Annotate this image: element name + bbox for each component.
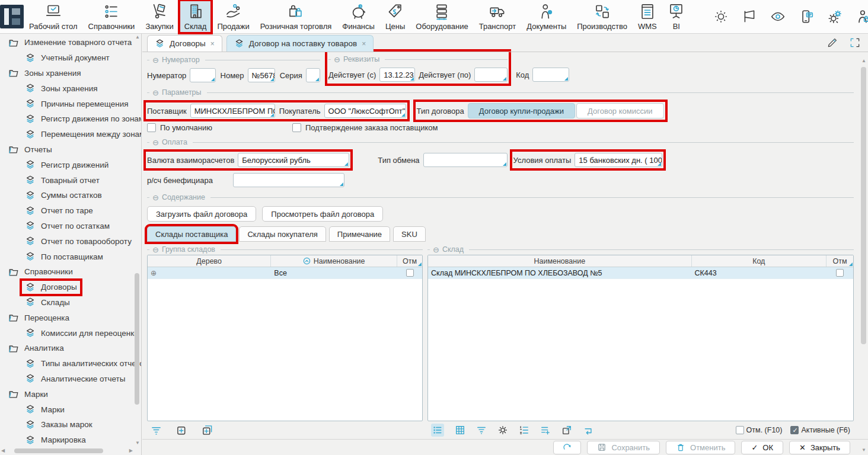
row-checkbox[interactable] bbox=[406, 269, 414, 277]
toolbar-item-equipment[interactable]: Оборудование bbox=[410, 0, 473, 33]
add-multiple-button[interactable] bbox=[202, 425, 213, 436]
filter-button[interactable] bbox=[151, 425, 162, 436]
valid-from-input[interactable]: 13.12.23 bbox=[379, 68, 415, 82]
sidebar-item[interactable]: Марки bbox=[0, 402, 141, 417]
column-header-name[interactable]: Наименование bbox=[428, 255, 692, 267]
sidebar-item[interactable]: Склады bbox=[0, 295, 141, 310]
cancel-button[interactable]: Отменить bbox=[666, 441, 735, 454]
code-input[interactable] bbox=[532, 68, 569, 82]
save-button[interactable]: Сохранить bbox=[587, 441, 660, 454]
collapse-icon[interactable]: ⊖ bbox=[152, 56, 159, 64]
user-security-button[interactable] bbox=[856, 9, 868, 24]
toolbar-item-wms[interactable]: WMS bbox=[633, 0, 662, 33]
announcement-button[interactable] bbox=[742, 9, 757, 24]
grid-view-button[interactable] bbox=[455, 425, 465, 435]
filter-button[interactable] bbox=[476, 425, 487, 435]
tab-buyer-warehouses[interactable]: Склады покупателя bbox=[239, 226, 326, 242]
sidebar-item[interactable]: Типы аналитических отчетов bbox=[0, 356, 141, 371]
sidebar-item[interactable]: Маркировка bbox=[0, 432, 141, 448]
toolbar-item-retail[interactable]: Розничная торговля bbox=[255, 0, 337, 33]
collapse-icon[interactable]: ⊖ bbox=[152, 89, 159, 97]
sidebar-item[interactable]: Изменение товарного отчета bbox=[0, 35, 141, 50]
beneficiary-account-input[interactable] bbox=[233, 173, 344, 187]
scroll-up-icon[interactable]: ▲ bbox=[135, 35, 140, 40]
toolbar-item-finance[interactable]: Финансы bbox=[337, 0, 380, 33]
close-button[interactable]: ✕Закрыть bbox=[789, 441, 850, 454]
sidebar-item[interactable]: Суммы остатков bbox=[0, 188, 141, 203]
sidebar-item[interactable]: Товарный отчет bbox=[0, 172, 141, 188]
scroll-left-icon[interactable]: ◀ bbox=[1, 448, 5, 453]
scroll-down-icon[interactable]: ▼ bbox=[135, 441, 140, 446]
sidebar-item[interactable]: Переоценка bbox=[0, 310, 141, 325]
currency-input[interactable]: Белорусский рубль bbox=[238, 153, 349, 167]
column-header-tree[interactable]: Дерево bbox=[148, 255, 271, 267]
tab-dogovor-na-postavku[interactable]: Договор на поставку товаров × bbox=[226, 35, 374, 52]
tab-sku[interactable]: SKU bbox=[393, 226, 426, 242]
column-header-code[interactable]: Код bbox=[692, 255, 826, 267]
scroll-right-icon[interactable]: ▶ bbox=[129, 448, 133, 453]
toolbar-item-production[interactable]: Производство bbox=[572, 0, 633, 33]
toolbar-item-bi[interactable]: BI bbox=[662, 0, 691, 33]
sidebar-item[interactable]: Отчет по товарообороту bbox=[0, 233, 141, 249]
scrollbar-thumb[interactable] bbox=[861, 67, 866, 344]
sidebar-item[interactable]: Регистр движения по зонам bbox=[0, 111, 141, 127]
tab-note[interactable]: Примечание bbox=[329, 226, 390, 242]
view-button[interactable] bbox=[770, 9, 786, 24]
tab-close-icon[interactable]: × bbox=[210, 40, 215, 48]
toolbar-item-desktop[interactable]: Рабочий стол bbox=[24, 0, 83, 33]
collapse-icon[interactable]: ⊖ bbox=[433, 246, 439, 254]
sidebar-item[interactable]: Договоры bbox=[0, 280, 141, 295]
export-button[interactable] bbox=[561, 425, 572, 435]
collapse-icon[interactable]: ⊖ bbox=[152, 139, 159, 146]
sidebar-horizontal-scrollbar[interactable]: ◀ ▶ bbox=[1, 448, 133, 454]
brightness-button[interactable] bbox=[713, 9, 729, 24]
tab-supplier-warehouses[interactable]: Склады поставщика bbox=[147, 226, 236, 242]
contract-type-sale-button[interactable]: Договор купли-продажи bbox=[468, 103, 575, 118]
collapse-icon[interactable]: ⊖ bbox=[152, 246, 159, 254]
list-view-button[interactable] bbox=[431, 424, 444, 437]
toolbar-item-sales[interactable]: Продажи bbox=[212, 0, 254, 33]
number-input[interactable]: №5678 bbox=[248, 68, 275, 82]
row-checkbox[interactable] bbox=[836, 269, 844, 277]
otm-f10-checkbox[interactable] bbox=[736, 426, 744, 434]
sidebar-item[interactable]: Зоны хранения bbox=[0, 66, 141, 81]
notifications-button[interactable] bbox=[799, 9, 814, 24]
table-settings-button[interactable] bbox=[497, 425, 508, 435]
collapse-icon[interactable]: ⊖ bbox=[334, 56, 340, 63]
numerator-input[interactable] bbox=[190, 68, 215, 82]
payment-terms-input[interactable]: 15 банковских дн. ( 100, bbox=[575, 153, 662, 167]
toolbar-item-catalogs[interactable]: Справочники bbox=[83, 0, 141, 33]
refresh-column-button[interactable] bbox=[583, 425, 593, 435]
settings-button[interactable] bbox=[827, 9, 843, 24]
column-header-name[interactable]: Наименование bbox=[271, 255, 397, 267]
sidebar-item[interactable]: Учетный документ bbox=[0, 50, 141, 66]
sidebar-item[interactable]: Заказы марок bbox=[0, 417, 141, 432]
sidebar-item[interactable]: Зоны хранения bbox=[0, 81, 141, 96]
toolbar-item-documents[interactable]: Документы bbox=[521, 0, 572, 33]
scrollbar-thumb[interactable] bbox=[135, 273, 139, 405]
contract-type-commission-button[interactable]: Договор комиссии bbox=[576, 103, 663, 118]
sidebar-item[interactable]: Марки bbox=[0, 386, 141, 402]
column-header-otm[interactable]: Отм bbox=[826, 255, 853, 267]
toolbar-item-prices[interactable]: Цены bbox=[380, 0, 410, 33]
add-button[interactable] bbox=[176, 425, 187, 436]
sidebar-item[interactable]: Комиссии для переоценки bbox=[0, 325, 141, 341]
scrollbar-thumb[interactable] bbox=[14, 448, 103, 453]
toolbar-item-transport[interactable]: Транспорт bbox=[474, 0, 522, 33]
series-input[interactable] bbox=[306, 68, 320, 82]
sidebar-item[interactable]: Аналитика bbox=[0, 341, 141, 356]
table-row[interactable]: Склад МИНСКХЛЕБПРОМ ПО ХЛЕБОЗАВОД №5 СК4… bbox=[428, 267, 853, 279]
expand-row-icon[interactable]: ⊕ bbox=[151, 269, 157, 277]
scroll-down-icon[interactable]: ▼ bbox=[861, 448, 866, 453]
table-row[interactable]: ⊕ Все bbox=[148, 267, 422, 279]
sidebar-item[interactable]: Отчеты bbox=[0, 142, 141, 158]
edit-button[interactable] bbox=[826, 37, 838, 49]
order-confirmation-checkbox[interactable] bbox=[292, 123, 301, 132]
sidebar-item[interactable]: Регистр движений bbox=[0, 157, 141, 172]
upload-contract-file-button[interactable]: Загрузить файл договора bbox=[147, 206, 256, 222]
sidebar-item[interactable]: Отчет по остаткам bbox=[0, 219, 141, 234]
sidebar-item[interactable]: Аналитические отчеты bbox=[0, 371, 141, 387]
scroll-up-icon[interactable]: ▲ bbox=[861, 59, 866, 63]
sidebar-item[interactable]: Отчет по таре bbox=[0, 203, 141, 219]
sidebar-vertical-scrollbar[interactable]: ▲ ▼ bbox=[134, 35, 140, 446]
